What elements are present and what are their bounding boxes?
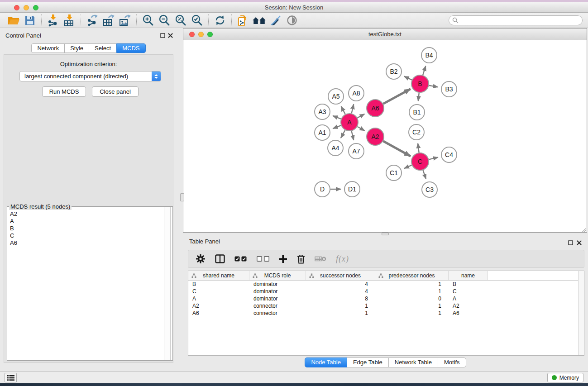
- cell-shared-name[interactable]: B: [188, 281, 249, 288]
- graph-node-B3[interactable]: B3: [441, 81, 457, 97]
- graph-node-A2[interactable]: A2: [367, 128, 384, 145]
- tab-edge-table[interactable]: Edge Table: [347, 357, 389, 367]
- cell-successor-nodes[interactable]: 4: [306, 281, 375, 288]
- float-panel-icon[interactable]: [160, 33, 165, 38]
- graph-node-C2[interactable]: C2: [409, 124, 424, 140]
- zoom-out-icon[interactable]: [156, 14, 172, 27]
- column-header-predecessor-nodes[interactable]: predecessor nodes: [375, 271, 449, 280]
- vertical-splitter-handle[interactable]: [180, 193, 184, 201]
- cell-predecessor-nodes[interactable]: 1: [375, 302, 449, 310]
- export-network-icon[interactable]: [84, 14, 100, 27]
- task-history-button[interactable]: [5, 373, 17, 382]
- cell-successor-nodes[interactable]: 1: [306, 310, 375, 317]
- close-panel-icon[interactable]: [167, 33, 173, 38]
- graph-edge-A6-B[interactable]: [383, 89, 411, 104]
- graph-node-A3[interactable]: A3: [315, 104, 330, 119]
- cell-predecessor-nodes[interactable]: 1: [375, 288, 449, 295]
- graph-edge-A-A2[interactable]: [357, 127, 364, 131]
- graph-edge-C-C3[interactable]: [423, 170, 426, 179]
- import-network-icon[interactable]: [45, 14, 61, 27]
- table-close-panel-icon[interactable]: [576, 240, 582, 245]
- cell-successor-nodes[interactable]: 1: [306, 302, 375, 310]
- cell-predecessor-nodes[interactable]: 1: [375, 310, 449, 317]
- graph-edge-A-A8[interactable]: [352, 104, 354, 113]
- table-row-A[interactable]: Adominator80A: [188, 295, 584, 302]
- search-field[interactable]: [449, 15, 583, 25]
- result-item-A2[interactable]: A2: [10, 210, 160, 218]
- tab-network[interactable]: Network: [31, 43, 65, 53]
- result-item-C[interactable]: C: [10, 232, 160, 239]
- graph-node-B[interactable]: B: [411, 75, 429, 92]
- tab-motifs[interactable]: Motifs: [438, 357, 466, 367]
- home-icon[interactable]: [251, 14, 268, 27]
- graph-edge-A-A1[interactable]: [333, 125, 341, 129]
- optimization-criterion-select[interactable]: largest connected component (directed): [19, 71, 161, 81]
- delete-table-icon[interactable]: [315, 252, 326, 266]
- cell-shared-name[interactable]: A: [188, 295, 249, 302]
- tab-style[interactable]: Style: [64, 43, 89, 53]
- function-builder-icon[interactable]: f(x): [336, 252, 349, 266]
- graph-node-C[interactable]: C: [411, 153, 429, 170]
- cell-MCDS-role[interactable]: dominator: [249, 288, 306, 295]
- search-input[interactable]: [459, 16, 582, 24]
- graph-node-D[interactable]: D: [315, 181, 330, 197]
- graph-node-C1[interactable]: C1: [386, 165, 402, 181]
- save-session-icon[interactable]: [22, 14, 38, 27]
- graph-edge-A2-C[interactable]: [383, 141, 411, 157]
- zoom-in-icon[interactable]: [140, 14, 156, 27]
- graph-node-A1[interactable]: A1: [315, 125, 330, 140]
- cell-name[interactable]: C: [449, 288, 488, 295]
- graph-node-A5[interactable]: A5: [328, 89, 344, 104]
- cell-MCDS-role[interactable]: connector: [249, 310, 306, 317]
- network-canvas[interactable]: B4B2BB3A8A5A6A3B1AA1C2A2A4A7C4CC1DD1C3: [183, 40, 587, 232]
- tab-select[interactable]: Select: [89, 43, 117, 53]
- cell-shared-name[interactable]: C: [188, 288, 249, 295]
- cell-successor-nodes[interactable]: 4: [306, 288, 375, 295]
- export-image-icon[interactable]: [117, 14, 133, 27]
- cell-name[interactable]: A2: [449, 302, 488, 310]
- mcds-result-list[interactable]: A2ABCA6: [7, 209, 163, 359]
- graph-edge-A-A4[interactable]: [341, 130, 345, 138]
- graph-edge-C-C2[interactable]: [418, 143, 419, 152]
- run-mcds-button[interactable]: Run MCDS: [42, 86, 86, 97]
- cell-successor-nodes[interactable]: 8: [306, 295, 375, 302]
- cell-MCDS-role[interactable]: dominator: [249, 281, 306, 288]
- graph-node-A7[interactable]: A7: [349, 143, 364, 159]
- cell-shared-name[interactable]: A2: [188, 302, 249, 310]
- tab-network-table[interactable]: Network Table: [388, 357, 438, 367]
- graph-edge-A-A6[interactable]: [358, 114, 365, 118]
- result-scrollbar[interactable]: [164, 207, 171, 360]
- graph-edge-B-B2[interactable]: [404, 76, 412, 80]
- deselect-all-checks-icon[interactable]: [257, 252, 269, 266]
- table-row-B[interactable]: Bdominator41B: [188, 281, 584, 288]
- zoom-fit-icon[interactable]: [172, 14, 189, 27]
- tab-node-table[interactable]: Node Table: [305, 357, 347, 367]
- table-row-A6[interactable]: A6connector11A6: [188, 310, 584, 317]
- refresh-view-icon[interactable]: [212, 14, 228, 27]
- graph-edge-B-B4[interactable]: [423, 66, 425, 75]
- table-row-C[interactable]: Cdominator41C: [188, 288, 584, 295]
- table-scrollbar[interactable]: [578, 271, 584, 355]
- column-header-successor-nodes[interactable]: successor nodes: [306, 271, 375, 280]
- result-item-A6[interactable]: A6: [10, 239, 160, 247]
- open-session-icon[interactable]: [5, 14, 22, 27]
- column-header-MCDS-role[interactable]: MCDS role: [249, 271, 306, 280]
- result-item-B[interactable]: B: [10, 225, 160, 232]
- column-header-shared-name[interactable]: shared name: [188, 271, 249, 280]
- cell-name[interactable]: A6: [449, 310, 488, 317]
- graph-edge-C-C4[interactable]: [429, 157, 438, 160]
- copy-network-icon[interactable]: [235, 14, 251, 27]
- graph-edge-B-B1[interactable]: [418, 93, 419, 101]
- tab-mcds[interactable]: MCDS: [116, 43, 145, 53]
- result-item-A[interactable]: A: [10, 218, 160, 225]
- cell-predecessor-nodes[interactable]: 1: [375, 281, 449, 288]
- graph-node-B2[interactable]: B2: [386, 64, 402, 79]
- column-settings-gear-icon[interactable]: [196, 252, 206, 266]
- show-details-eye-icon[interactable]: [284, 14, 300, 27]
- hide-graphics-details-icon[interactable]: [268, 14, 284, 27]
- import-table-icon[interactable]: [61, 14, 77, 27]
- resize-grip-icon[interactable]: [581, 226, 586, 232]
- graph-node-A6[interactable]: A6: [367, 100, 384, 117]
- cell-MCDS-role[interactable]: dominator: [249, 295, 306, 302]
- select-all-checks-icon[interactable]: [234, 252, 247, 266]
